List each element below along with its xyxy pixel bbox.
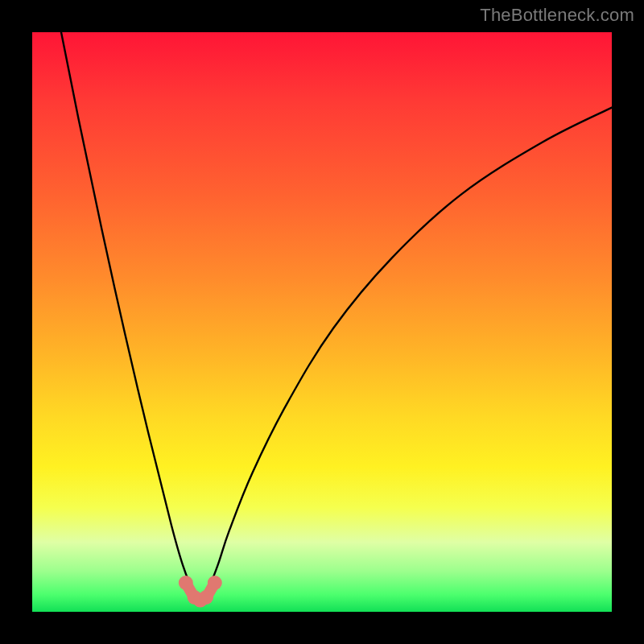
- curve-layer: [32, 32, 612, 612]
- trough-dot: [208, 576, 222, 590]
- trough-dot: [199, 590, 213, 605]
- watermark-text: TheBottleneck.com: [480, 5, 634, 26]
- trough-dot: [179, 576, 193, 590]
- bottleneck-curve: [61, 32, 612, 601]
- chart-frame: TheBottleneck.com: [0, 0, 644, 644]
- plot-area: [32, 32, 612, 612]
